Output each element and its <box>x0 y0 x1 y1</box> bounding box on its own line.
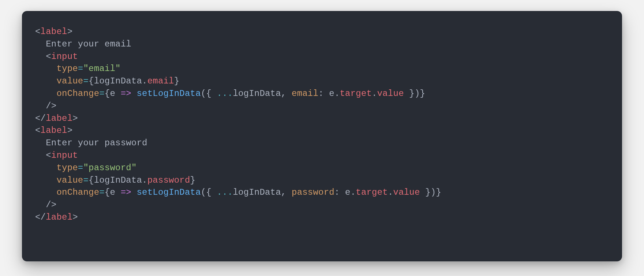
equals: = <box>99 89 105 98</box>
attr-type: type <box>56 64 78 74</box>
indent <box>35 39 46 49</box>
attr-onchange: onChange <box>56 89 99 98</box>
identifier: e <box>345 187 351 197</box>
indent <box>35 64 56 74</box>
self-close: /> <box>46 200 56 210</box>
spread: ... <box>217 187 233 197</box>
brace: } <box>420 89 426 98</box>
spread: ... <box>217 89 233 98</box>
dot: . <box>351 187 356 197</box>
string-quote: " <box>83 64 89 74</box>
tag-label: label <box>46 113 72 123</box>
equals: = <box>99 187 105 197</box>
string-value: email <box>89 64 115 74</box>
paren: ) <box>415 89 420 98</box>
identifier: e <box>329 89 334 98</box>
param: e <box>110 187 115 197</box>
identifier: logInData <box>233 187 281 197</box>
property: value <box>377 89 404 98</box>
punct: > <box>72 113 78 123</box>
brace: { <box>105 89 110 98</box>
code-block: <label> Enter your email <input type="em… <box>22 11 622 261</box>
indent <box>35 52 46 61</box>
brace: { <box>89 76 94 86</box>
code-content: <label> Enter your email <input type="em… <box>35 26 609 224</box>
property: target <box>356 187 388 197</box>
attr-type: type <box>56 163 78 173</box>
dot: . <box>388 187 393 197</box>
indent <box>35 150 46 160</box>
brace: } <box>404 89 415 98</box>
brace: } <box>420 187 431 197</box>
tag-label: label <box>41 126 67 135</box>
punct: > <box>67 126 73 135</box>
identifier: logInData <box>94 175 142 185</box>
indent <box>35 138 46 148</box>
equals: = <box>83 175 89 185</box>
dot: . <box>142 175 147 185</box>
brace: { <box>206 187 217 197</box>
identifier: logInData <box>233 89 281 98</box>
attr-value: value <box>56 175 83 185</box>
tag-label: label <box>46 212 72 222</box>
page-container: <label> Enter your email <input type="em… <box>0 0 644 276</box>
punct: < <box>46 52 51 61</box>
brace: { <box>89 175 94 185</box>
equals: = <box>78 64 83 74</box>
comma: , <box>281 187 292 197</box>
punct: > <box>72 212 78 222</box>
paren: ( <box>201 89 206 98</box>
tag-label: label <box>41 27 67 37</box>
tag-input: input <box>51 52 78 61</box>
indent <box>35 187 56 197</box>
dot: . <box>372 89 377 98</box>
comma: , <box>281 89 292 98</box>
brace: { <box>206 89 217 98</box>
dot: . <box>142 76 147 86</box>
punct: </ <box>35 212 46 222</box>
indent <box>35 76 56 86</box>
brace: } <box>436 187 441 197</box>
arrow: => <box>121 89 131 98</box>
indent <box>35 175 56 185</box>
indent <box>35 200 46 210</box>
self-close: /> <box>46 101 56 111</box>
colon: : <box>334 187 345 197</box>
punct: < <box>46 150 51 160</box>
function: setLogInData <box>137 89 201 98</box>
paren: ( <box>201 187 206 197</box>
equals: = <box>83 76 89 86</box>
equals: = <box>78 163 83 173</box>
text: Enter your email <box>46 39 131 49</box>
attr-value: value <box>56 76 83 86</box>
brace: { <box>105 187 110 197</box>
property: password <box>147 175 190 185</box>
punct: > <box>67 27 73 37</box>
brace: } <box>174 76 180 86</box>
punct: < <box>35 126 41 135</box>
dot: . <box>334 89 340 98</box>
string-value: password <box>89 163 131 173</box>
object-key: email <box>292 89 318 98</box>
paren: ) <box>431 187 436 197</box>
tag-input: input <box>51 150 78 160</box>
indent <box>35 163 56 173</box>
identifier: logInData <box>94 76 142 86</box>
text: Enter your password <box>46 138 147 148</box>
property: email <box>147 76 174 86</box>
object-key: password <box>292 187 334 197</box>
indent <box>35 101 46 111</box>
param: e <box>110 89 115 98</box>
attr-onchange: onChange <box>56 187 99 197</box>
brace: } <box>190 175 196 185</box>
property: value <box>393 187 420 197</box>
string-quote: " <box>115 64 121 74</box>
property: target <box>340 89 372 98</box>
arrow: => <box>121 187 131 197</box>
colon: : <box>318 89 329 98</box>
punct: < <box>35 27 41 37</box>
string-quote: " <box>83 163 89 173</box>
string-quote: " <box>131 163 137 173</box>
punct: </ <box>35 113 46 123</box>
function: setLogInData <box>137 187 201 197</box>
